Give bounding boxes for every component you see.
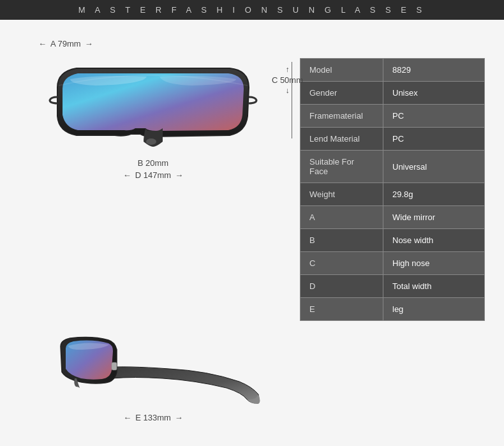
spec-key: D	[300, 275, 383, 298]
spec-value: 29.8g	[383, 183, 485, 206]
arrow-left-a: ←	[38, 39, 47, 48]
dim-d-label: D 147mm	[135, 170, 171, 180]
arrow-left-e: ←	[123, 413, 131, 422]
header-title: M A S T E R F A S H I O N S U N G L A S …	[78, 5, 426, 15]
header: M A S T E R F A S H I O N S U N G L A S …	[0, 0, 504, 20]
specs-table: Model8829GenderUnisexFramematerialPCLend…	[300, 58, 485, 321]
spec-key: B	[300, 229, 383, 252]
arrow-up-c: ↑	[285, 65, 289, 74]
spec-value: leg	[383, 298, 485, 321]
spec-value: Unisex	[383, 82, 485, 105]
arrow-right-a: →	[85, 39, 93, 48]
spec-row: Suitable For FaceUniversal	[300, 151, 485, 183]
spec-key: A	[300, 206, 383, 229]
arrow-right-e: →	[175, 413, 183, 422]
left-panel: ← A 79mm →	[19, 33, 287, 429]
spec-row: BNose width	[300, 229, 485, 252]
spec-key: Model	[300, 59, 383, 82]
arrow-left-d: ←	[123, 170, 131, 180]
spec-row: Model8829	[300, 59, 485, 82]
spec-value: PC	[383, 105, 485, 128]
spec-value: PC	[383, 128, 485, 151]
spec-row: Eleg	[300, 298, 485, 321]
spec-key: Framematerial	[300, 105, 383, 128]
spec-row: Weight29.8g	[300, 183, 485, 206]
spec-value: Wide mirror	[383, 206, 485, 229]
glasses-side-svg	[41, 331, 265, 410]
svg-point-0	[146, 138, 156, 145]
spec-value: Nose width	[383, 229, 485, 252]
spec-key: Gender	[300, 82, 383, 105]
spec-row: AWide mirror	[300, 206, 485, 229]
spec-value: High nose	[383, 252, 485, 275]
arrow-right-d: →	[175, 170, 183, 180]
svg-rect-1	[112, 362, 117, 370]
dim-a-label: A 79mm	[50, 39, 81, 48]
spec-row: FramematerialPC	[300, 105, 485, 128]
spec-value: Universal	[383, 151, 485, 183]
spec-key: E	[300, 298, 383, 321]
spec-row: GenderUnisex	[300, 82, 485, 105]
dim-b-label: B 20mm	[138, 158, 168, 168]
spec-value: Total width	[383, 275, 485, 298]
spec-value: 8829	[383, 59, 485, 82]
dim-c-label: C 50mm	[272, 75, 303, 85]
spec-key: Suitable For Face	[300, 151, 383, 183]
right-panel: Model8829GenderUnisexFramematerialPCLend…	[300, 33, 485, 429]
spec-key: Lend Material	[300, 128, 383, 151]
dim-e-label: E 133mm	[135, 413, 171, 422]
arrow-down-c: ↓	[285, 86, 289, 95]
glasses-front-svg	[45, 52, 262, 154]
glasses-front-section: ← A 79mm →	[19, 39, 287, 180]
glasses-side-section: ← E 133mm →	[19, 331, 287, 422]
spec-key: Weight	[300, 183, 383, 206]
spec-key: C	[300, 252, 383, 275]
spec-row: CHigh nose	[300, 252, 485, 275]
spec-row: DTotal width	[300, 275, 485, 298]
spec-row: Lend MaterialPC	[300, 128, 485, 151]
